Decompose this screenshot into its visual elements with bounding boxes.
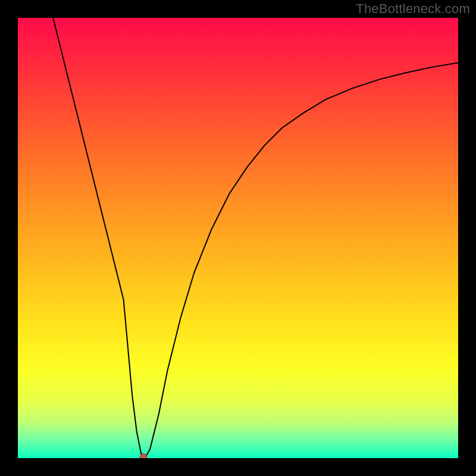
watermark-text: TheBottleneck.com [356, 1, 470, 17]
plot-area [18, 18, 458, 458]
minimum-marker [140, 454, 147, 458]
chart-svg [18, 18, 458, 458]
curve-line [53, 18, 458, 457]
chart-stage: TheBottleneck.com [0, 0, 476, 476]
